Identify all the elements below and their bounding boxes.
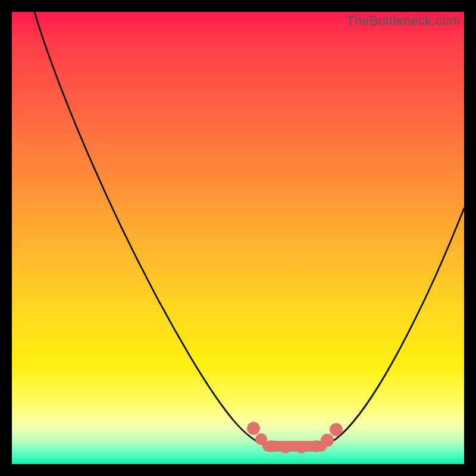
marker-dot bbox=[295, 441, 307, 453]
marker-dot bbox=[311, 440, 322, 452]
marker-dot bbox=[330, 423, 343, 436]
bottleneck-curve bbox=[35, 12, 464, 446]
marker-dot bbox=[247, 422, 260, 435]
marker-dot bbox=[255, 433, 267, 445]
chart-overlay bbox=[12, 12, 464, 464]
marker-dot bbox=[321, 434, 334, 447]
plot-area: TheBottleneck.com bbox=[12, 12, 464, 464]
marker-dot bbox=[265, 440, 277, 452]
chart-frame: TheBottleneck.com bbox=[0, 0, 476, 476]
marker-dot bbox=[280, 441, 292, 453]
